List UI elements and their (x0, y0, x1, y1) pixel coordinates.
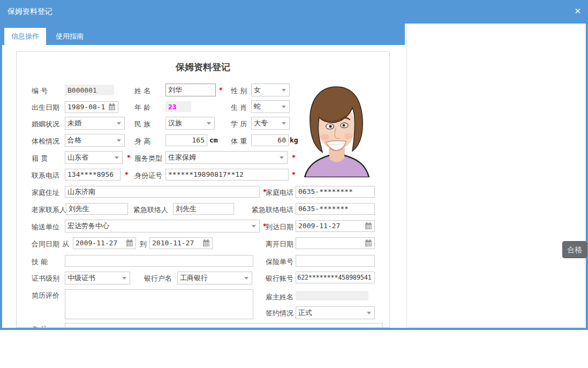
side-panel (406, 24, 585, 327)
name-input[interactable]: 刘华 (165, 84, 216, 96)
age-field: 23 (165, 101, 191, 112)
calendar-icon[interactable] (365, 222, 372, 229)
birth-date-label: 出生日期 (32, 103, 59, 112)
dropdown-arrow-icon (282, 122, 286, 125)
id-number-required-marker: * (292, 170, 296, 178)
dropdown-arrow-icon (280, 156, 284, 159)
insurance-no-input[interactable] (296, 255, 375, 267)
close-icon[interactable]: ✕ (574, 6, 581, 16)
native-place-select[interactable]: 山东省 (65, 151, 123, 164)
nanny-registration-dialog: 保姆资料登记 ✕ 信息操作 使用指南 保姆资料登记 编 号 B000001 姓 … (0, 0, 588, 330)
number-field: B000001 (65, 85, 114, 95)
certificate-level-select[interactable]: 中级证书 (65, 272, 130, 284)
home-address-input[interactable]: 山东济南 (65, 186, 260, 198)
dropdown-arrow-icon (282, 106, 286, 108)
skills-label: 技 能 (32, 257, 48, 267)
height-input[interactable]: 165 (165, 134, 207, 146)
sign-status-label: 签约情况 (252, 309, 293, 318)
leave-date-label: 离开日期 (252, 239, 293, 249)
hometown-contact-label: 老家联系人 (32, 205, 66, 215)
dropdown-arrow-icon (117, 139, 121, 142)
native-place-label: 籍 贯 (32, 154, 48, 163)
sending-unit-select[interactable]: 宏达劳务中心 (65, 220, 260, 232)
remarks-input[interactable] (65, 323, 383, 328)
weight-label: 体 重 (231, 137, 247, 146)
bank-name-label: 银行户名 (144, 274, 172, 283)
home-phone-input[interactable]: 0635-******** (296, 186, 375, 198)
tab-info-operations[interactable]: 信息操作 (4, 28, 46, 45)
zodiac-select[interactable]: 蛇 (251, 100, 290, 113)
emergency-contact-input[interactable]: 刘先生 (173, 203, 234, 215)
ethnicity-select[interactable]: 汉族 (165, 117, 215, 130)
registration-form: 保姆资料登记 编 号 B000001 姓 名 刘华 * 性 别 女 出生日期 1… (16, 51, 390, 328)
dialog-titlebar: 保姆资料登记 ✕ (0, 0, 588, 24)
health-check-label: 体检情况 (32, 137, 59, 146)
dropdown-arrow-icon (244, 277, 248, 280)
calendar-icon[interactable] (365, 239, 372, 246)
arrival-date-label: 到达日期 (252, 222, 293, 232)
insurance-no-label: 保险单号 (252, 257, 293, 267)
contract-date-to-input[interactable]: 2010-11-27 (149, 237, 213, 249)
service-type-label: 服务类型 (134, 154, 162, 163)
service-type-select[interactable]: 住家保姆 (165, 151, 288, 164)
leave-date-input[interactable] (296, 237, 375, 249)
page: 保姆资料登记 ✕ 信息操作 使用指南 保姆资料登记 编 号 B000001 姓 … (0, 0, 588, 368)
education-select[interactable]: 大专 (251, 117, 290, 130)
gender-select[interactable]: 女 (251, 84, 290, 96)
nanny-photo (300, 85, 373, 177)
tab-user-guide[interactable]: 使用指南 (49, 28, 91, 45)
ethnicity-label: 民 族 (134, 119, 150, 129)
calendar-icon[interactable] (108, 103, 116, 110)
bank-name-select[interactable]: 工商银行 (177, 272, 252, 284)
calendar-icon[interactable] (126, 239, 133, 246)
employer-name-field (296, 291, 368, 301)
marital-status-label: 婚姻状况 (32, 119, 59, 129)
calendar-icon[interactable] (202, 239, 210, 246)
hometown-contact-input[interactable]: 刘先生 (66, 203, 128, 215)
birth-date-input[interactable]: 1989-08-1 (65, 101, 118, 113)
dropdown-arrow-icon (207, 122, 211, 125)
remarks-label: 备 注 (32, 325, 48, 328)
health-check-select[interactable]: 合格 (65, 134, 125, 147)
service-type-required-marker: * (292, 153, 296, 161)
dropdown-arrow-icon (115, 156, 119, 159)
employer-name-label: 雇主姓名 (252, 292, 293, 302)
marital-status-select[interactable]: 未婚 (65, 117, 125, 130)
contract-date-to-label: 到 (140, 239, 147, 249)
tab-strip: 信息操作 使用指南 (2, 24, 405, 45)
certificate-level-label: 证书级别 (32, 274, 59, 283)
height-unit: cm (209, 136, 218, 144)
bank-account-input[interactable]: 622********458989541 (296, 272, 375, 283)
name-label: 姓 名 (134, 86, 150, 96)
zodiac-label: 生 肖 (231, 103, 247, 112)
sending-unit-label: 输送单位 (32, 222, 59, 232)
contract-date-label: 合同日期 (32, 239, 59, 249)
age-label: 年 龄 (134, 103, 150, 112)
bank-account-label: 银行账号 (252, 274, 293, 283)
dropdown-arrow-icon (122, 277, 126, 280)
form-title: 保姆资料登记 (17, 61, 389, 73)
id-number-input[interactable]: ******19890817**12 (165, 169, 289, 181)
contract-date-from-input[interactable]: 2009-11-27 (73, 237, 136, 249)
emergency-contact-label: 紧急联络人 (133, 205, 168, 215)
dropdown-arrow-icon (367, 312, 371, 314)
weight-unit: kg (290, 136, 298, 144)
emergency-phone-label: 紧急联络电话 (247, 205, 293, 215)
dropdown-arrow-icon (117, 122, 121, 125)
home-phone-label: 家庭电话 (252, 188, 293, 198)
education-label: 学 历 (231, 119, 247, 129)
resume-review-label: 简历评价 (32, 291, 59, 301)
name-required-marker: * (219, 86, 223, 94)
contract-date-from-label: 从 (62, 239, 69, 249)
sign-status-select[interactable]: 正式 (296, 306, 375, 319)
home-address-label: 家庭住址 (32, 188, 59, 198)
arrival-date-input[interactable]: 2009-11-27 (296, 220, 375, 232)
qualified-badge: 合格 (562, 241, 587, 258)
resume-review-textarea[interactable] (65, 289, 253, 319)
emergency-phone-input[interactable]: 0635-******* (296, 203, 375, 215)
weight-input[interactable]: 60 (251, 134, 289, 146)
skills-input[interactable] (65, 255, 253, 267)
gender-label: 性 别 (231, 86, 247, 96)
dialog-title: 保姆资料登记 (7, 7, 52, 17)
contact-phone-input[interactable]: 134****8956 (65, 169, 120, 181)
